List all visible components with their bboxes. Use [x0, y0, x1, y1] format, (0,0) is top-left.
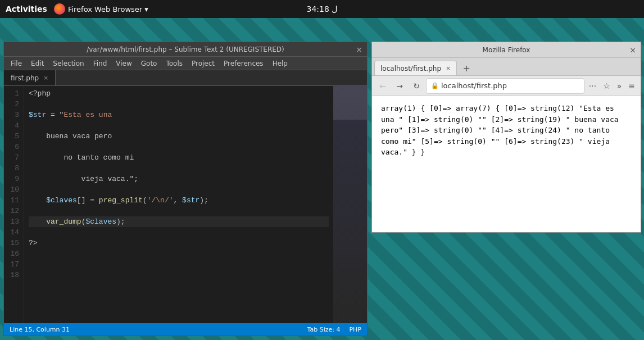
firefox-window: Mozilla Firefox × localhost/first.php × …: [371, 42, 641, 233]
line-num: 13: [4, 216, 19, 227]
reload-icon: ↻: [413, 81, 420, 90]
menu-item-selection[interactable]: Selection: [48, 57, 88, 70]
line-num: 12: [4, 206, 19, 216]
menu-item-tools[interactable]: Tools: [161, 57, 187, 70]
url-text: localhost/first.php: [441, 81, 507, 90]
overflow-button[interactable]: »: [615, 81, 624, 90]
menu-item-file[interactable]: File: [6, 57, 26, 70]
menu-item-view[interactable]: View: [111, 57, 136, 70]
back-icon: ←: [379, 81, 386, 90]
menu-item-edit[interactable]: Edit: [26, 57, 48, 70]
firefox-tab-localhost[interactable]: localhost/first.php ×: [374, 61, 457, 75]
activities-label[interactable]: Activities: [6, 4, 47, 13]
line-num: 5: [4, 131, 19, 142]
lock-icon: 🔒: [431, 82, 439, 89]
line-num: 2: [4, 99, 19, 110]
line-num: 1: [4, 88, 19, 99]
line-num: 8: [4, 163, 19, 174]
firefox-tabbar: localhost/first.php × +: [372, 58, 641, 76]
line-numbers: 123456789101112131415161718: [4, 86, 24, 323]
firefox-title: Mozilla Firefox: [483, 46, 530, 54]
status-right: Tab Size: 4 PHP: [307, 326, 361, 333]
menu-item-preferences[interactable]: Preferences: [219, 57, 268, 70]
minimap: [333, 86, 367, 323]
sublime-window: /var/www/html/first.php – Sublime Text 2…: [3, 42, 368, 336]
sublime-tabbar: first.php ×: [4, 70, 367, 86]
firefox-tab-label: localhost/first.php: [380, 65, 441, 72]
sublime-tab-label: first.php: [11, 74, 39, 82]
bookmark-button[interactable]: ☆: [601, 81, 613, 90]
status-position: Line 15, Column 31: [10, 326, 70, 333]
menu-item-goto[interactable]: Goto: [137, 57, 162, 70]
firefox-dropdown-icon: ▾: [144, 5, 148, 13]
line-num: 6: [4, 142, 19, 152]
line-num: 9: [4, 174, 19, 184]
line-num: 17: [4, 259, 19, 270]
firefox-close-button[interactable]: ×: [629, 46, 636, 55]
forward-icon: →: [396, 81, 403, 90]
firefox-content: array(1) { [0]=> array(7) { [0]=> string…: [372, 96, 641, 232]
url-bar[interactable]: 🔒 localhost/first.php: [426, 78, 584, 94]
desktop: /var/www/html/first.php – Sublime Text 2…: [0, 18, 644, 340]
forward-button[interactable]: →: [392, 79, 407, 93]
back-button[interactable]: ←: [375, 79, 390, 93]
firefox-label: Firefox Web Browser: [68, 5, 142, 13]
sublime-statusbar: Line 15, Column 31 Tab Size: 4 PHP: [4, 323, 367, 336]
line-num: 16: [4, 248, 19, 259]
firefox-titlebar: Mozilla Firefox ×: [372, 42, 641, 58]
clock: 34:18 ل: [307, 4, 338, 13]
sublime-close-button[interactable]: ×: [356, 45, 362, 54]
hamburger-button[interactable]: ≡: [626, 81, 637, 90]
sublime-menubar: FileEditSelectionFindViewGotoToolsProjec…: [4, 57, 367, 70]
line-num: 14: [4, 227, 19, 238]
reload-button[interactable]: ↻: [409, 79, 424, 93]
minimap-highlight: [333, 86, 367, 120]
firefox-tab-close[interactable]: ×: [446, 65, 451, 72]
code-content[interactable]: <?php $str = "Esta es una buena vaca per…: [24, 86, 333, 323]
sublime-tab-close[interactable]: ×: [43, 74, 48, 81]
status-tab-size: Tab Size: 4: [307, 326, 341, 333]
more-button[interactable]: ···: [587, 81, 598, 90]
minimap-content: [333, 86, 367, 323]
line-num: 11: [4, 195, 19, 206]
topbar: Activities Firefox Web Browser ▾ 34:18 ل: [0, 0, 644, 18]
code-area: 123456789101112131415161718 <?php $str =…: [4, 86, 367, 323]
menu-item-help[interactable]: Help: [268, 57, 292, 70]
sublime-tab-first-php[interactable]: first.php ×: [4, 70, 56, 85]
line-num: 4: [4, 120, 19, 131]
firefox-taskbar-button[interactable]: Firefox Web Browser ▾: [54, 3, 148, 15]
line-num: 10: [4, 184, 19, 195]
status-language: PHP: [349, 326, 361, 333]
firefox-page-content: array(1) { [0]=> array(7) { [0]=> string…: [381, 104, 619, 156]
new-tab-button[interactable]: +: [459, 61, 474, 75]
line-num: 15: [4, 238, 19, 248]
sublime-titlebar: /var/www/html/first.php – Sublime Text 2…: [4, 42, 367, 57]
line-num: 7: [4, 152, 19, 163]
firefox-icon: [54, 3, 65, 15]
line-num: 18: [4, 270, 19, 280]
menu-item-find[interactable]: Find: [89, 57, 112, 70]
sublime-title: /var/www/html/first.php – Sublime Text 2…: [87, 46, 284, 53]
firefox-navbar: ← → ↻ 🔒 localhost/first.php ··· ☆ » ≡: [372, 76, 641, 96]
line-num: 3: [4, 110, 19, 120]
menu-item-project[interactable]: Project: [187, 57, 219, 70]
